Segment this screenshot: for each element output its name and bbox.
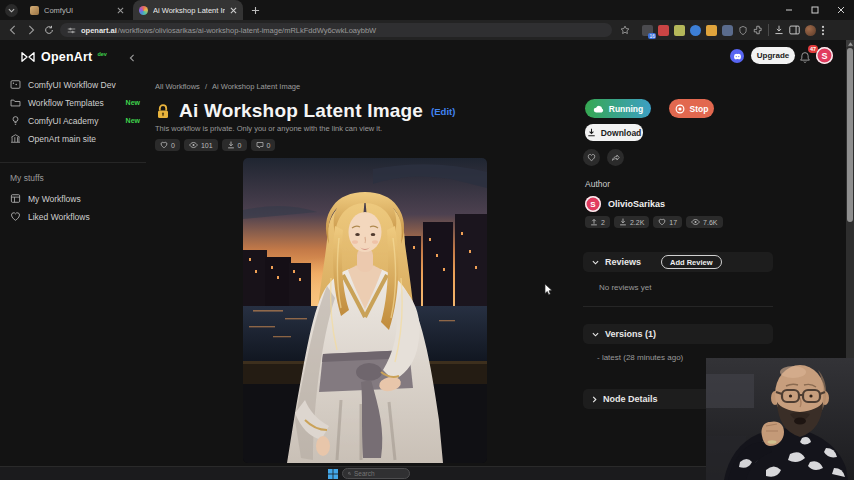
- downloads-icon[interactable]: [774, 25, 784, 35]
- versions-section-header[interactable]: Versions (1): [583, 324, 773, 344]
- logo-text: OpenArt: [41, 50, 92, 64]
- plus-icon: [251, 6, 260, 15]
- views-count: 101: [201, 142, 213, 149]
- share-button[interactable]: [607, 149, 624, 166]
- url-bar[interactable]: openart.ai/workflows/oliviosarikas/ai-wo…: [60, 23, 612, 37]
- running-label: Running: [609, 104, 643, 114]
- edit-link[interactable]: (Edit): [431, 106, 455, 117]
- workflow-preview-image[interactable]: [243, 158, 487, 463]
- shield-icon[interactable]: [738, 25, 748, 36]
- sidebar-item-liked-workflows[interactable]: Liked Workflows: [8, 208, 140, 225]
- reviews-empty-text: No reviews yet: [583, 283, 773, 307]
- extension-red-icon[interactable]: [658, 25, 669, 36]
- sidebar-section-title: My stuffs: [10, 173, 44, 183]
- author-avatar[interactable]: S: [585, 196, 601, 212]
- download-button[interactable]: Download: [585, 124, 643, 141]
- close-tab-icon[interactable]: [117, 7, 124, 14]
- forward-button[interactable]: [22, 22, 40, 38]
- breadcrumb-separator: /: [205, 82, 207, 91]
- chevron-left-icon: [129, 54, 135, 62]
- author-likes-count: 17: [669, 219, 677, 226]
- extension-lock-icon[interactable]: [722, 25, 733, 36]
- bookmark-button[interactable]: [616, 22, 634, 38]
- reviews-section-header[interactable]: Reviews Add Review: [583, 252, 773, 272]
- workflow-title-row: Ai Workshop Latent Image (Edit): [155, 100, 455, 122]
- add-review-button[interactable]: Add Review: [661, 255, 722, 269]
- discord-icon: [733, 53, 742, 60]
- bell-icon: [799, 51, 811, 64]
- sidebar-item-openart-main-site[interactable]: OpenArt main site: [8, 130, 140, 147]
- discord-button[interactable]: [730, 49, 744, 63]
- sidebar-item-my-workflows[interactable]: My Workflows: [8, 190, 140, 207]
- tab-label: ComfyUI: [44, 6, 112, 15]
- share-icon: [611, 153, 620, 162]
- breadcrumb-all-workflows[interactable]: All Workflows: [155, 82, 200, 91]
- sidebar-item-label: My Workflows: [28, 194, 81, 204]
- folder-icon: [10, 97, 21, 108]
- sidebar-collapse-button[interactable]: [127, 53, 137, 63]
- window-minimize-button[interactable]: [776, 0, 802, 20]
- extension-orange-icon[interactable]: [706, 25, 717, 36]
- browser-profile-avatar[interactable]: [805, 25, 816, 36]
- tab-search-button[interactable]: [5, 4, 18, 17]
- likes-count: 0: [171, 142, 175, 149]
- tab-openart-active[interactable]: Ai Workshop Latent Image | Co: [133, 0, 243, 20]
- extensions-puzzle-icon[interactable]: [753, 25, 763, 35]
- extension-tab-counter-icon[interactable]: 16: [642, 25, 653, 36]
- chevron-down-icon: [592, 260, 599, 265]
- chevron-right-icon: [592, 396, 597, 403]
- generated-image: [243, 158, 487, 463]
- author-downloads-pill: 2.2K: [614, 216, 649, 228]
- upgrade-button[interactable]: Upgrade: [751, 47, 795, 64]
- sidebar-item-comfyui-academy[interactable]: ComfyUI Academy New: [8, 112, 140, 129]
- new-tab-button[interactable]: [249, 4, 262, 17]
- likes-pill[interactable]: 0: [155, 139, 180, 151]
- browser-toolbar: openart.ai/workflows/oliviosarikas/ai-wo…: [0, 20, 854, 40]
- upgrade-label: Upgrade: [757, 51, 789, 60]
- stop-button[interactable]: Stop: [669, 99, 714, 118]
- comments-pill[interactable]: 0: [251, 139, 276, 151]
- extension-blue-circle-icon[interactable]: [690, 25, 701, 36]
- download-icon: [587, 128, 596, 137]
- back-button[interactable]: [4, 22, 22, 38]
- close-tab-icon[interactable]: [230, 7, 237, 14]
- workflow-stats: 0 101 0 0: [155, 139, 275, 151]
- like-button[interactable]: [583, 149, 600, 166]
- side-panel-icon[interactable]: [789, 25, 800, 35]
- sidebar-item-workflow-templates[interactable]: Workflow Templates New: [8, 94, 140, 111]
- url-host: openart.ai: [81, 26, 117, 35]
- tab-label: Ai Workshop Latent Image | Co: [153, 6, 225, 15]
- user-avatar[interactable]: S: [816, 47, 833, 64]
- chevron-down-icon: [592, 332, 599, 337]
- reload-button[interactable]: [40, 22, 58, 38]
- grid-box-icon: [10, 193, 21, 204]
- eye-icon: [691, 218, 700, 226]
- page-scrollbar-thumb[interactable]: [847, 48, 853, 222]
- screen: ComfyUI Ai Workshop Latent Image | Co op…: [0, 0, 854, 480]
- comfyui-favicon-icon: [30, 6, 39, 15]
- start-button[interactable]: [327, 468, 339, 480]
- openart-logo[interactable]: OpenArt dev: [20, 50, 107, 64]
- downloads-count: 0: [238, 142, 242, 149]
- sidebar-item-comfyui-workflow-dev[interactable]: ComfyUI Workflow Dev: [8, 76, 140, 93]
- cursor-arrow-icon: [544, 283, 553, 296]
- tab-comfyui[interactable]: ComfyUI: [24, 0, 130, 20]
- menu-kebab-icon[interactable]: [821, 25, 825, 36]
- author-name[interactable]: OlivioSarikas: [608, 199, 665, 209]
- mouse-cursor: [544, 282, 553, 300]
- scrollbar-up-button[interactable]: [846, 40, 854, 47]
- back-icon: [8, 25, 18, 35]
- notifications-button[interactable]: 47: [799, 50, 812, 64]
- author-likes-pill: 17: [653, 216, 682, 228]
- taskbar-search[interactable]: [342, 468, 410, 479]
- download-icon: [227, 141, 235, 149]
- downloads-pill[interactable]: 0: [222, 139, 247, 151]
- running-button[interactable]: Running: [585, 99, 651, 118]
- search-icon: [348, 470, 351, 477]
- breadcrumb: All Workflows / Ai Workshop Latent Image: [155, 82, 300, 91]
- window-close-button[interactable]: [828, 0, 854, 20]
- window-maximize-button[interactable]: [802, 0, 828, 20]
- sidebar: OpenArt dev ComfyUI Workflow Dev Workflo…: [0, 40, 146, 466]
- extension-olive-icon[interactable]: [674, 25, 685, 36]
- search-input[interactable]: [354, 470, 404, 477]
